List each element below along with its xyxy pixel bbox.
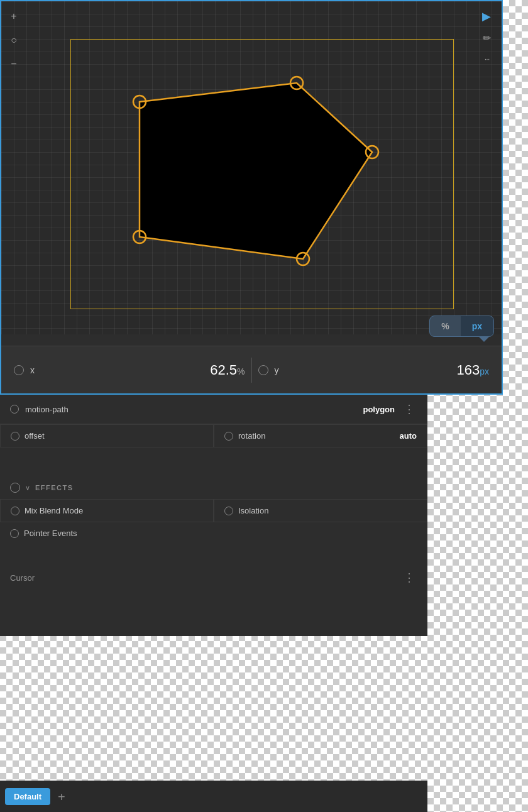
right-toolbar: ▶ ✏ · · ·	[479, 9, 494, 67]
rotation-col: rotation auto	[214, 424, 427, 447]
canvas-area[interactable]: + ○ − ▶ ✏ · · ·	[1, 1, 502, 334]
bottom-tabbar: Default +	[0, 781, 427, 812]
x-coord-value: 62.5%	[210, 362, 245, 378]
default-tab[interactable]: Default	[5, 788, 50, 805]
canvas-panel: + ○ − ▶ ✏ · · · % px	[0, 0, 503, 395]
y-coord-group: y 163px	[258, 362, 490, 378]
rotation-label: rotation	[238, 431, 265, 441]
isolation-col: Isolation	[214, 499, 427, 522]
cursor-row: Cursor ⋮	[0, 563, 427, 592]
add-tool-icon[interactable]: +	[6, 9, 21, 24]
offset-circle[interactable]	[11, 432, 19, 441]
x-coord-label: x	[30, 365, 35, 375]
percent-unit-btn[interactable]: %	[430, 316, 460, 336]
effects-chevron-icon[interactable]: ∨	[25, 484, 30, 492]
pointer-events-row: Pointer Events	[0, 522, 427, 544]
unit-toggle-popup[interactable]: % px	[429, 315, 494, 337]
polygon-shape-container	[83, 52, 385, 284]
y-coord-label: y	[275, 365, 279, 375]
isolation-circle[interactable]	[224, 507, 233, 515]
offset-rotation-row: offset rotation auto	[0, 424, 427, 447]
effects-section-label: EFFECTS	[35, 484, 74, 491]
motion-path-row: motion-path polygon ⋮	[0, 395, 427, 424]
more-tool-icon[interactable]: · · ·	[479, 52, 494, 67]
motion-path-circle[interactable]	[10, 405, 19, 414]
spacer	[0, 447, 427, 473]
mix-blend-circle[interactable]	[11, 507, 19, 515]
px-unit-btn[interactable]: px	[461, 316, 493, 336]
unit-toggle-arrow	[479, 337, 489, 342]
x-coord-circle[interactable]	[14, 365, 24, 375]
circle-tool-icon[interactable]: ○	[6, 33, 21, 48]
offset-col: offset	[0, 424, 214, 447]
effects-header: ∨ EFFECTS	[0, 473, 427, 499]
coordinate-bar: x 62.5% y 163px	[1, 346, 502, 393]
rotation-value: auto	[400, 431, 417, 441]
cursor-tool-icon[interactable]: ▶	[479, 9, 494, 24]
pen-tool-icon[interactable]: ✏	[479, 30, 494, 45]
minus-tool-icon[interactable]: −	[6, 57, 21, 72]
effects-circle[interactable]	[10, 483, 20, 493]
offset-label: offset	[25, 431, 45, 441]
motion-path-value: polygon	[363, 405, 395, 414]
y-coord-value: 163px	[456, 362, 489, 378]
mix-blend-col: Mix Blend Mode	[0, 499, 214, 522]
cursor-label: Cursor	[10, 573, 35, 583]
left-toolbar: + ○ −	[6, 9, 21, 72]
isolation-label: Isolation	[238, 506, 268, 515]
rotation-circle[interactable]	[224, 432, 233, 441]
cursor-more-btn[interactable]: ⋮	[401, 571, 417, 584]
y-coord-circle[interactable]	[258, 365, 268, 375]
spacer2	[0, 544, 427, 563]
mix-blend-label: Mix Blend Mode	[25, 506, 83, 515]
svg-marker-0	[140, 83, 372, 259]
add-tab-btn[interactable]: +	[53, 791, 70, 803]
x-coord-group: x 62.5%	[14, 362, 245, 378]
motion-path-more-btn[interactable]: ⋮	[401, 402, 417, 416]
pointer-events-circle[interactable]	[10, 529, 19, 538]
blend-isolation-row: Mix Blend Mode Isolation	[0, 499, 427, 522]
spacer3	[0, 592, 427, 623]
bottom-panel: motion-path polygon ⋮ offset rotation au…	[0, 395, 427, 636]
motion-path-label: motion-path	[25, 405, 69, 414]
pointer-events-label: Pointer Events	[24, 529, 77, 538]
coord-divider	[251, 358, 252, 383]
